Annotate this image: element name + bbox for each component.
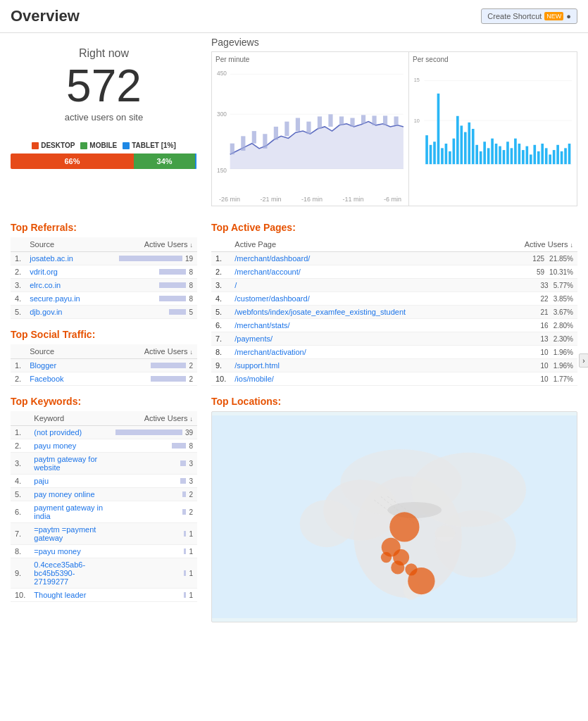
svg-text:300: 300 <box>217 111 227 118</box>
top-keywords-title: Top Keywords: <box>11 396 197 407</box>
svg-rect-58 <box>545 148 548 164</box>
table-row: 2. vdrit.org 8 <box>11 265 197 279</box>
svg-rect-40 <box>475 145 478 164</box>
right-column: Top Active Pages: Active Page Active Use… <box>211 213 577 622</box>
table-row: 2. Facebook 2 <box>11 372 197 386</box>
svg-text:10: 10 <box>414 118 420 124</box>
table-row: 10. Thought leader 1 <box>11 589 197 602</box>
svg-rect-19 <box>372 115 376 125</box>
svg-rect-33 <box>449 151 451 164</box>
svg-rect-37 <box>464 132 467 165</box>
table-row: 9. /support.html 10 1.96% <box>211 359 577 372</box>
svg-rect-15 <box>328 114 332 127</box>
active-count: 572 <box>18 63 190 108</box>
svg-rect-36 <box>460 125 463 164</box>
svg-rect-18 <box>361 115 365 123</box>
top-keywords-table: Keyword Active Users ↓ 1. (not provided)… <box>11 411 197 602</box>
keywords-keyword-header: Keyword <box>30 411 111 426</box>
svg-rect-59 <box>549 154 551 164</box>
mobile-bar: 34% <box>134 153 195 169</box>
table-row: 3. / 33 5.77% <box>211 279 577 292</box>
svg-rect-50 <box>514 139 517 164</box>
svg-rect-43 <box>487 148 490 164</box>
svg-rect-30 <box>437 94 440 164</box>
per-minute-svg: 450 300 150 <box>215 65 405 192</box>
per-second-label: Per second <box>413 56 573 63</box>
table-row: 10. /ios/mobile/ 10 1.77% <box>211 372 577 386</box>
svg-rect-64 <box>568 144 571 164</box>
svg-rect-51 <box>518 144 521 164</box>
desktop-bar: 66% <box>11 153 134 169</box>
mobile-legend: MOBILE <box>80 142 117 149</box>
right-now-label: Right now <box>18 47 190 60</box>
chart-toggle-button[interactable]: › <box>579 353 588 368</box>
svg-rect-45 <box>495 144 498 164</box>
tablet-dot <box>123 142 130 149</box>
svg-rect-12 <box>296 118 300 131</box>
svg-rect-16 <box>339 116 344 125</box>
table-row: 1. /merchant/dashboard/ 125 21.85% <box>211 252 577 265</box>
svg-rect-62 <box>561 151 563 164</box>
svg-rect-8 <box>252 131 256 144</box>
svg-rect-21 <box>394 116 398 125</box>
pageviews-title: Pageviews <box>211 37 577 48</box>
svg-rect-41 <box>480 151 482 164</box>
table-row: 6. /merchant/stats/ 16 2.80% <box>211 319 577 332</box>
mobile-label: MOBILE <box>89 142 117 149</box>
x-axis-labels: -26 min -21 min -16 min -11 min -6 min <box>215 194 405 204</box>
svg-rect-47 <box>503 150 506 164</box>
top-pages-title: Top Active Pages: <box>211 222 577 233</box>
svg-rect-61 <box>556 145 559 164</box>
desktop-legend: DESKTOP <box>32 142 75 149</box>
svg-rect-28 <box>430 145 432 164</box>
svg-rect-17 <box>350 118 354 126</box>
svg-rect-56 <box>537 151 540 164</box>
table-row: 5. djb.gov.in 5 <box>11 306 197 319</box>
top-locations-map <box>211 411 577 622</box>
svg-rect-7 <box>241 136 245 151</box>
table-row: 3. elrc.co.in 8 <box>11 279 197 292</box>
svg-rect-31 <box>441 148 444 164</box>
header: Overview Create Shortcut NEW ● <box>0 0 588 33</box>
referrals-source-header: Source <box>25 237 97 252</box>
top-social-title: Top Social Traffic: <box>11 329 197 340</box>
svg-rect-20 <box>383 115 387 125</box>
create-shortcut-button[interactable]: Create Shortcut NEW ● <box>481 8 577 24</box>
svg-rect-10 <box>274 127 278 140</box>
svg-rect-52 <box>522 150 525 164</box>
svg-rect-55 <box>533 145 536 164</box>
referrals-users-header: Active Users ↓ <box>97 237 197 252</box>
svg-text:15: 15 <box>414 77 420 83</box>
svg-rect-63 <box>564 148 567 164</box>
table-row: 5. pay money online 2 <box>11 488 197 501</box>
per-minute-chart: Per minute 450 300 150 <box>212 52 409 206</box>
right-now-widget: Right now 572 active users on site DESKT… <box>11 37 197 206</box>
table-row: 1. Blogger 2 <box>11 359 197 372</box>
top-pages-table: Active Page Active Users ↓ 1. /merchant/… <box>211 237 577 386</box>
keywords-users-header: Active Users ↓ <box>111 411 197 426</box>
social-users-header: Active Users ↓ <box>99 344 197 359</box>
tablet-bar <box>195 153 196 169</box>
top-referrals-table: Source Active Users ↓ 1. josateb.ac.in 1… <box>11 237 197 319</box>
svg-rect-39 <box>472 129 475 164</box>
table-row: 4. paju 3 <box>11 475 197 488</box>
desktop-label: DESKTOP <box>41 142 75 149</box>
svg-rect-11 <box>284 122 289 137</box>
svg-rect-29 <box>433 142 436 164</box>
svg-rect-6 <box>230 144 234 155</box>
top-referrals-title: Top Referrals: <box>11 222 197 233</box>
pages-page-header: Active Page <box>230 237 494 252</box>
tablet-legend: TABLET [1%] <box>123 142 176 149</box>
svg-rect-42 <box>483 142 486 164</box>
table-row: 3. paytm gateway for website 3 <box>11 453 197 475</box>
svg-rect-46 <box>499 146 501 165</box>
svg-rect-9 <box>263 134 267 149</box>
settings-icon: ● <box>566 12 571 20</box>
table-row: 9. 0.4cece35ab6-bc45b5390-27199277 1 <box>11 558 197 589</box>
svg-rect-32 <box>445 144 448 164</box>
table-row: 7. =paytm =payment gateway 1 <box>11 523 197 545</box>
page-title: Overview <box>11 7 80 25</box>
table-row: 1. josateb.ac.in 19 <box>11 252 197 265</box>
location-bubble-1 <box>389 512 419 541</box>
top-locations-title: Top Locations: <box>211 396 577 407</box>
